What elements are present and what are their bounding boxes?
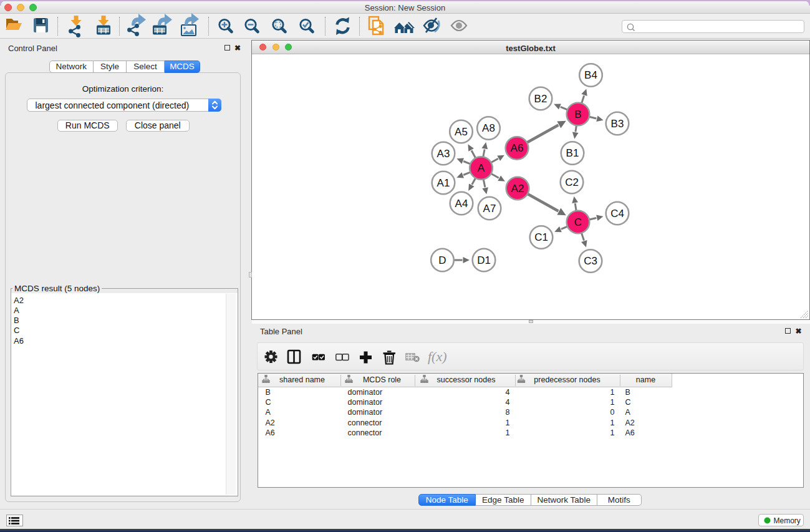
svg-text:C2: C2 xyxy=(565,177,579,188)
svg-text:C3: C3 xyxy=(584,255,597,267)
svg-text:B4: B4 xyxy=(584,69,597,81)
svg-text:A3: A3 xyxy=(437,148,450,160)
svg-text:D: D xyxy=(438,254,446,266)
svg-text:A5: A5 xyxy=(455,126,468,138)
svg-text:C4: C4 xyxy=(610,208,624,220)
svg-text:B2: B2 xyxy=(534,93,547,105)
svg-text:B: B xyxy=(574,109,581,120)
svg-text:D1: D1 xyxy=(477,254,491,266)
svg-text:A8: A8 xyxy=(482,122,495,134)
svg-text:B1: B1 xyxy=(566,147,579,159)
svg-text:A1: A1 xyxy=(437,177,450,189)
svg-text:A: A xyxy=(478,162,485,174)
svg-text:B3: B3 xyxy=(611,118,624,130)
svg-text:C: C xyxy=(574,216,582,228)
svg-text:A6: A6 xyxy=(511,142,524,154)
svg-text:C1: C1 xyxy=(534,231,548,243)
svg-text:A2: A2 xyxy=(511,183,524,195)
svg-text:A7: A7 xyxy=(483,203,496,215)
svg-text:A4: A4 xyxy=(455,198,468,210)
